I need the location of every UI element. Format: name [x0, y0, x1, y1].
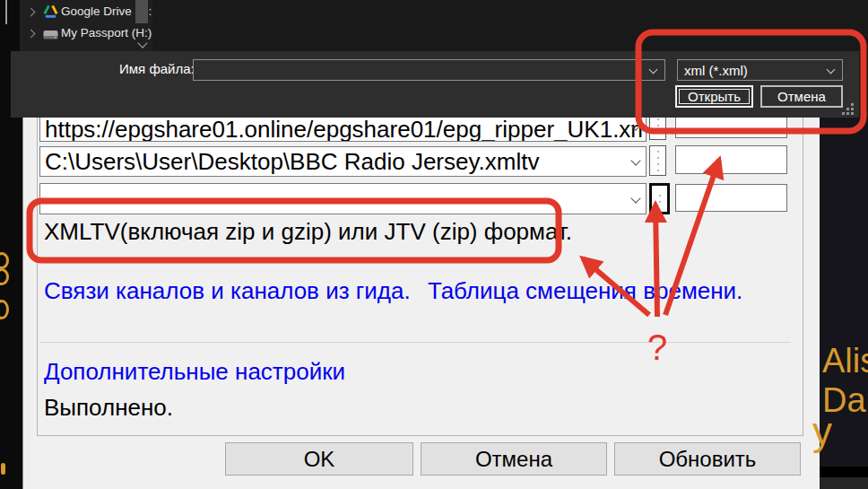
refresh-button[interactable]: Обновить: [614, 442, 801, 476]
channel-links-link[interactable]: Связи каналов и каналов из гида.: [44, 277, 411, 304]
browse-button-2[interactable]: [649, 145, 666, 176]
chevron-down-icon[interactable]: [649, 65, 658, 74]
clipped-text-fragment: [1, 463, 5, 475]
tree-item-my-passport[interactable]: My Passport (H:): [20, 23, 152, 43]
expand-chevron-icon[interactable]: [27, 30, 36, 39]
side-field-2[interactable]: [675, 145, 787, 174]
divider: [39, 342, 791, 343]
filename-label: Имя файла:: [119, 60, 195, 78]
file-dialog-body: [152, 0, 868, 51]
timeshift-table-link[interactable]: Таблица смещения времени.: [428, 277, 742, 304]
side-field-1[interactable]: [675, 114, 787, 138]
tree-scrollbar-thumb[interactable]: [135, 0, 148, 23]
expand-chevron-icon[interactable]: [27, 8, 36, 17]
resize-grip[interactable]: [846, 108, 849, 110]
browse-button-3[interactable]: [649, 183, 670, 214]
filename-input[interactable]: [193, 59, 665, 81]
cancel-button[interactable]: Отмена: [760, 85, 843, 108]
file-dialog-footer: Имя файла: xml (*.xml) Открыть Отмена: [11, 51, 859, 118]
advanced-settings-link[interactable]: Дополнительные настройки: [44, 358, 345, 385]
clipped-text-fragment: [0, 252, 9, 269]
source-empty-combo[interactable]: [39, 183, 647, 214]
filetype-select[interactable]: xml (*.xml): [677, 59, 843, 81]
format-note: XMLTV(включая zip и gzip) или JTV (zip) …: [44, 216, 572, 247]
background-text: Alis: [822, 342, 868, 380]
side-field-3[interactable]: [675, 184, 787, 212]
question-mark-annotation: ?: [647, 328, 667, 366]
open-button[interactable]: Открыть: [675, 85, 753, 108]
filetype-value: xml (*.xml): [678, 63, 748, 78]
chevron-down-icon[interactable]: [827, 65, 836, 74]
file-dialog-edge: [859, 51, 868, 118]
chevron-down-icon[interactable]: [630, 193, 640, 203]
links-line: Связи каналов и каналов из гида. Таблица…: [44, 277, 742, 304]
background-strip: [820, 467, 868, 477]
background-text: y: [812, 409, 832, 454]
clipped-text-fragment: [0, 300, 9, 319]
cancel-button[interactable]: Отмена: [421, 442, 607, 476]
ok-button[interactable]: OK: [225, 442, 413, 476]
source-file-combo[interactable]: C:\Users\User\Desktop\BBC Radio Jersey.x…: [39, 146, 647, 177]
epg-settings-dialog: https://epgshare01.online/epgshare01/epg…: [22, 118, 820, 489]
taskbar-strip: [820, 477, 868, 489]
window-edge: [5, 0, 7, 24]
tree-item-google-drive[interactable]: Google Drive (G:: [20, 2, 152, 22]
drive-tree: Google Drive (G: My Passport (H:): [20, 0, 152, 51]
tree-item-label[interactable]: My Passport (H:): [61, 26, 152, 39]
google-drive-icon: [43, 4, 58, 19]
source-file-value: C:\Users\User\Desktop\BBC Radio Jersey.x…: [40, 147, 646, 177]
clipped-text-fragment: [0, 268, 9, 285]
external-drive-icon: [43, 28, 58, 42]
status-text: Выполнено.: [44, 394, 173, 421]
